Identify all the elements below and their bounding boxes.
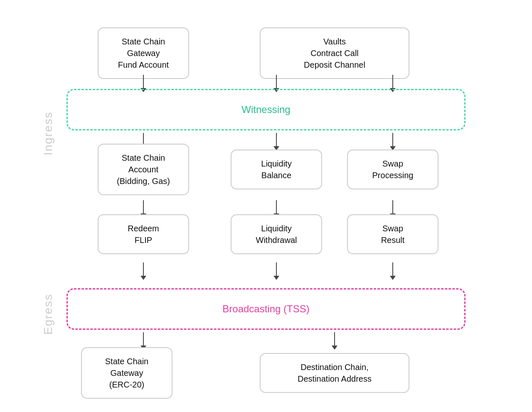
destination-chain-box: Destination Chain, Destination Address <box>260 353 409 393</box>
liquidity-withdrawal-box: Liquidity Withdrawal <box>231 214 322 254</box>
ingress-label: Ingress <box>42 79 55 187</box>
row-1: State Chain Gateway Fund Account Vaults … <box>62 27 470 79</box>
state-chain-gateway-erc-box: State Chain Gateway (ERC-20) <box>81 347 172 399</box>
vaults-contract-box: Vaults Contract Call Deposit Channel <box>260 27 409 79</box>
state-chain-gateway-text: State Chain Gateway Fund Account <box>118 36 169 71</box>
vaults-contract-text: Vaults Contract Call Deposit Channel <box>304 36 365 71</box>
liquidity-balance-text: Liquidity Balance <box>261 158 291 181</box>
destination-chain-text: Destination Chain, Destination Address <box>298 361 372 385</box>
state-chain-account-box: State Chain Account (Bidding, Gas) <box>98 144 189 195</box>
diagram-wrapper: Ingress Egress State Chain Gateway Fund … <box>37 15 495 397</box>
witnessing-label: Witnessing <box>241 104 290 115</box>
state-chain-account-text: State Chain Account (Bidding, Gas) <box>117 152 170 187</box>
arrow-down-12 <box>390 262 396 280</box>
egress-label: Egress <box>42 260 55 368</box>
state-chain-gateway-box: State Chain Gateway Fund Account <box>98 27 189 79</box>
redeem-flip-box: Redeem FLIP <box>98 214 189 254</box>
broadcasting-label: Broadcasting (TSS) <box>222 303 309 315</box>
arrows-row3-broadcasting <box>62 260 470 282</box>
swap-result-text: Swap Result <box>381 223 405 246</box>
swap-result-box: Swap Result <box>347 214 438 254</box>
row-3: Redeem FLIP Liquidity Withdrawal Swap Re… <box>62 214 470 254</box>
arrow-down-11 <box>273 262 279 280</box>
liquidity-withdrawal-text: Liquidity Withdrawal <box>256 223 297 246</box>
liquidity-balance-box: Liquidity Balance <box>231 150 322 189</box>
broadcasting-container: Broadcasting (TSS) <box>62 288 470 330</box>
swap-processing-text: Swap Processing <box>372 158 414 181</box>
arrow-down-10 <box>140 262 146 280</box>
witnessing-box: Witnessing <box>66 89 466 130</box>
state-chain-gateway-erc-text: State Chain Gateway (ERC-20) <box>105 356 149 390</box>
main-content: State Chain Gateway Fund Account Vaults … <box>62 15 486 397</box>
row-4: State Chain Gateway (ERC-20) Destination… <box>62 347 470 399</box>
swap-processing-box: Swap Processing <box>347 150 438 189</box>
witnessing-container: Witnessing <box>62 89 470 130</box>
row-2: State Chain Account (Bidding, Gas) Liqui… <box>62 144 470 195</box>
redeem-flip-text: Redeem FLIP <box>128 223 159 246</box>
broadcasting-box: Broadcasting (TSS) <box>66 288 466 330</box>
